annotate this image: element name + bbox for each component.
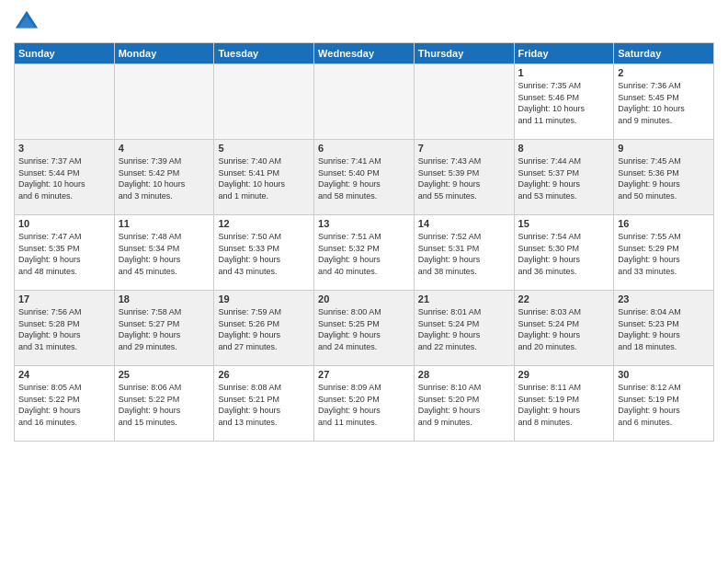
day-info: Sunrise: 8:04 AM Sunset: 5:23 PM Dayligh… (618, 306, 710, 352)
day-info: Sunrise: 7:41 AM Sunset: 5:40 PM Dayligh… (318, 155, 410, 201)
calendar-cell: 13Sunrise: 7:51 AM Sunset: 5:32 PM Dayli… (314, 215, 415, 291)
calendar-cell (15, 64, 115, 140)
day-info: Sunrise: 7:37 AM Sunset: 5:44 PM Dayligh… (18, 155, 110, 201)
col-header-monday: Monday (114, 43, 214, 64)
day-info: Sunrise: 8:05 AM Sunset: 5:22 PM Dayligh… (18, 382, 110, 428)
day-number: 28 (418, 369, 510, 380)
day-info: Sunrise: 7:50 AM Sunset: 5:33 PM Dayligh… (218, 231, 310, 277)
logo-icon (14, 9, 40, 35)
day-number: 17 (18, 293, 110, 304)
calendar-cell (114, 64, 214, 140)
day-number: 11 (119, 218, 210, 229)
day-info: Sunrise: 8:08 AM Sunset: 5:21 PM Dayligh… (218, 382, 310, 428)
day-number: 8 (518, 143, 610, 154)
calendar-cell (314, 64, 415, 140)
day-number: 7 (418, 143, 510, 154)
calendar-cell: 9Sunrise: 7:45 AM Sunset: 5:36 PM Daylig… (614, 140, 714, 215)
day-number: 1 (518, 67, 610, 78)
day-info: Sunrise: 7:47 AM Sunset: 5:35 PM Dayligh… (18, 231, 110, 277)
day-number: 23 (618, 293, 710, 304)
calendar-cell: 2Sunrise: 7:36 AM Sunset: 5:45 PM Daylig… (614, 64, 714, 140)
calendar-cell: 26Sunrise: 8:08 AM Sunset: 5:21 PM Dayli… (214, 366, 314, 442)
day-number: 10 (18, 218, 110, 229)
calendar-cell: 16Sunrise: 7:55 AM Sunset: 5:29 PM Dayli… (614, 215, 714, 291)
day-number: 24 (18, 369, 110, 380)
col-header-friday: Friday (514, 43, 614, 64)
day-number: 4 (119, 143, 210, 154)
calendar-cell: 20Sunrise: 8:00 AM Sunset: 5:25 PM Dayli… (314, 291, 415, 366)
day-info: Sunrise: 8:10 AM Sunset: 5:20 PM Dayligh… (418, 382, 510, 428)
calendar-cell: 14Sunrise: 7:52 AM Sunset: 5:31 PM Dayli… (414, 215, 514, 291)
day-info: Sunrise: 7:36 AM Sunset: 5:45 PM Dayligh… (618, 80, 710, 126)
day-number: 12 (218, 218, 310, 229)
page-container: SundayMondayTuesdayWednesdayThursdayFrid… (0, 0, 728, 446)
calendar-cell: 15Sunrise: 7:54 AM Sunset: 5:30 PM Dayli… (514, 215, 614, 291)
calendar-cell: 21Sunrise: 8:01 AM Sunset: 5:24 PM Dayli… (414, 291, 514, 366)
calendar-cell: 3Sunrise: 7:37 AM Sunset: 5:44 PM Daylig… (15, 140, 115, 215)
calendar-cell: 28Sunrise: 8:10 AM Sunset: 5:20 PM Dayli… (414, 366, 514, 442)
day-number: 21 (418, 293, 510, 304)
calendar-cell: 10Sunrise: 7:47 AM Sunset: 5:35 PM Dayli… (15, 215, 115, 291)
day-info: Sunrise: 7:48 AM Sunset: 5:34 PM Dayligh… (119, 231, 210, 277)
calendar-cell: 22Sunrise: 8:03 AM Sunset: 5:24 PM Dayli… (514, 291, 614, 366)
calendar-week-row: 24Sunrise: 8:05 AM Sunset: 5:22 PM Dayli… (15, 366, 714, 442)
logo (14, 9, 42, 35)
day-number: 29 (518, 369, 610, 380)
day-number: 14 (418, 218, 510, 229)
calendar-cell: 12Sunrise: 7:50 AM Sunset: 5:33 PM Dayli… (214, 215, 314, 291)
day-info: Sunrise: 7:52 AM Sunset: 5:31 PM Dayligh… (418, 231, 510, 277)
day-number: 20 (318, 293, 410, 304)
day-info: Sunrise: 8:12 AM Sunset: 5:19 PM Dayligh… (618, 382, 710, 428)
day-info: Sunrise: 7:40 AM Sunset: 5:41 PM Dayligh… (218, 155, 310, 201)
day-info: Sunrise: 7:59 AM Sunset: 5:26 PM Dayligh… (218, 306, 310, 352)
day-number: 9 (618, 143, 710, 154)
day-info: Sunrise: 7:45 AM Sunset: 5:36 PM Dayligh… (618, 155, 710, 201)
calendar-cell (214, 64, 314, 140)
day-number: 25 (119, 369, 210, 380)
day-info: Sunrise: 7:43 AM Sunset: 5:39 PM Dayligh… (418, 155, 510, 201)
calendar-cell: 4Sunrise: 7:39 AM Sunset: 5:42 PM Daylig… (114, 140, 214, 215)
calendar-cell: 18Sunrise: 7:58 AM Sunset: 5:27 PM Dayli… (114, 291, 214, 366)
calendar-week-row: 1Sunrise: 7:35 AM Sunset: 5:46 PM Daylig… (15, 64, 714, 140)
day-info: Sunrise: 8:00 AM Sunset: 5:25 PM Dayligh… (318, 306, 410, 352)
day-info: Sunrise: 7:54 AM Sunset: 5:30 PM Dayligh… (518, 231, 610, 277)
calendar-header-row: SundayMondayTuesdayWednesdayThursdayFrid… (15, 43, 714, 64)
col-header-tuesday: Tuesday (214, 43, 314, 64)
day-number: 18 (119, 293, 210, 304)
col-header-wednesday: Wednesday (314, 43, 415, 64)
calendar-cell: 7Sunrise: 7:43 AM Sunset: 5:39 PM Daylig… (414, 140, 514, 215)
day-number: 3 (18, 143, 110, 154)
day-number: 13 (318, 218, 410, 229)
day-number: 22 (518, 293, 610, 304)
calendar-cell (414, 64, 514, 140)
col-header-thursday: Thursday (414, 43, 514, 64)
day-number: 27 (318, 369, 410, 380)
day-number: 16 (618, 218, 710, 229)
col-header-saturday: Saturday (614, 43, 714, 64)
day-info: Sunrise: 8:11 AM Sunset: 5:19 PM Dayligh… (518, 382, 610, 428)
day-number: 15 (518, 218, 610, 229)
calendar-cell: 30Sunrise: 8:12 AM Sunset: 5:19 PM Dayli… (614, 366, 714, 442)
day-info: Sunrise: 8:06 AM Sunset: 5:22 PM Dayligh… (119, 382, 210, 428)
day-info: Sunrise: 7:55 AM Sunset: 5:29 PM Dayligh… (618, 231, 710, 277)
day-info: Sunrise: 7:35 AM Sunset: 5:46 PM Dayligh… (518, 80, 610, 126)
day-info: Sunrise: 7:58 AM Sunset: 5:27 PM Dayligh… (119, 306, 210, 352)
calendar-cell: 29Sunrise: 8:11 AM Sunset: 5:19 PM Dayli… (514, 366, 614, 442)
calendar-cell: 24Sunrise: 8:05 AM Sunset: 5:22 PM Dayli… (15, 366, 115, 442)
calendar-cell: 19Sunrise: 7:59 AM Sunset: 5:26 PM Dayli… (214, 291, 314, 366)
calendar-cell: 8Sunrise: 7:44 AM Sunset: 5:37 PM Daylig… (514, 140, 614, 215)
calendar-cell: 6Sunrise: 7:41 AM Sunset: 5:40 PM Daylig… (314, 140, 415, 215)
day-number: 19 (218, 293, 310, 304)
col-header-sunday: Sunday (15, 43, 115, 64)
calendar-cell: 11Sunrise: 7:48 AM Sunset: 5:34 PM Dayli… (114, 215, 214, 291)
day-info: Sunrise: 7:44 AM Sunset: 5:37 PM Dayligh… (518, 155, 610, 201)
calendar-cell: 17Sunrise: 7:56 AM Sunset: 5:28 PM Dayli… (15, 291, 115, 366)
day-info: Sunrise: 8:09 AM Sunset: 5:20 PM Dayligh… (318, 382, 410, 428)
calendar-week-row: 3Sunrise: 7:37 AM Sunset: 5:44 PM Daylig… (15, 140, 714, 215)
day-number: 6 (318, 143, 410, 154)
calendar-cell: 23Sunrise: 8:04 AM Sunset: 5:23 PM Dayli… (614, 291, 714, 366)
day-info: Sunrise: 7:51 AM Sunset: 5:32 PM Dayligh… (318, 231, 410, 277)
day-number: 5 (218, 143, 310, 154)
calendar-week-row: 17Sunrise: 7:56 AM Sunset: 5:28 PM Dayli… (15, 291, 714, 366)
day-number: 2 (618, 67, 710, 78)
